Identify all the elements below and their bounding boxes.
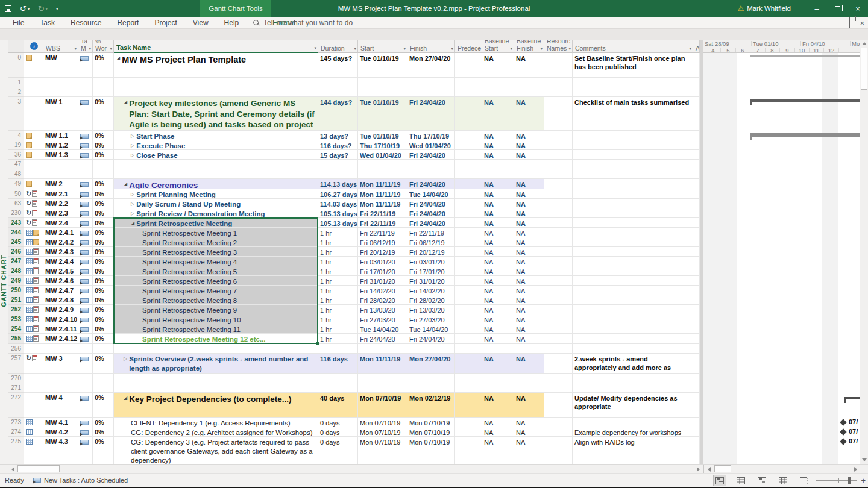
row-number[interactable]: 253 — [8, 314, 24, 324]
cell-bs[interactable]: NA — [482, 334, 514, 344]
cell-name[interactable]: ▷Execute Phase — [114, 140, 318, 150]
cell-pred[interactable] — [455, 150, 482, 160]
column-header-com[interactable]: Comments▾ — [573, 40, 693, 53]
cell-bf[interactable]: NA — [514, 276, 544, 286]
filter-arrow-icon[interactable]: ▾ — [451, 46, 453, 51]
cell-addnew[interactable] — [693, 344, 700, 354]
row-number[interactable]: 247 — [8, 257, 24, 266]
cell-res[interactable] — [544, 228, 573, 237]
cell-com[interactable] — [573, 78, 693, 87]
column-header-wbs[interactable]: WBS▾ — [43, 40, 78, 53]
cell-name[interactable]: Sprint Retrospective Meeting 5 — [114, 266, 318, 276]
cell-mode[interactable] — [78, 324, 93, 334]
cell-com[interactable] — [573, 160, 693, 169]
cell-ind[interactable] — [24, 228, 43, 237]
cell-ind[interactable]: ↻ — [24, 208, 43, 218]
row-number[interactable]: 48 — [8, 169, 24, 179]
cell-addnew[interactable] — [693, 237, 700, 247]
cell-com[interactable] — [573, 87, 693, 97]
cell-name[interactable] — [114, 383, 318, 393]
cell-bs[interactable]: NA — [482, 295, 514, 305]
cell-name[interactable]: ◢Sprint Retrospective Meeting — [114, 218, 318, 228]
cell-pred[interactable] — [455, 266, 482, 276]
close-document-button[interactable]: × — [860, 19, 864, 28]
cell-wbs[interactable]: MW 2.4.10 — [43, 314, 78, 324]
cell-wbs[interactable]: MW 2.1 — [43, 189, 78, 199]
cell-com[interactable] — [573, 237, 693, 247]
cell-name[interactable]: Sprint Retrospective Meeting 7 — [114, 286, 318, 295]
cell-wbs[interactable]: MW 1.2 — [43, 140, 78, 150]
cell-wbs[interactable]: MW 2.2 — [43, 199, 78, 208]
cell-ind[interactable] — [24, 179, 43, 189]
cell-pred[interactable] — [455, 354, 482, 374]
cell-res[interactable] — [544, 344, 573, 354]
cell-pct[interactable]: 0% — [93, 140, 114, 150]
row-number[interactable]: 246 — [8, 247, 24, 257]
cell-pct[interactable] — [93, 169, 114, 179]
cell-addnew[interactable] — [693, 228, 700, 237]
cell-res[interactable] — [544, 189, 573, 199]
cell-start[interactable]: Mon 07/10/19 — [358, 427, 407, 437]
cell-pred[interactable] — [455, 169, 482, 179]
cell-res[interactable] — [544, 305, 573, 314]
cell-bf[interactable]: NA — [514, 228, 544, 237]
cell-name[interactable]: Sprint Retrospective Meeting 1 — [114, 228, 318, 237]
filter-arrow-icon[interactable]: ▾ — [314, 46, 316, 51]
cell-res[interactable] — [544, 237, 573, 247]
cell-wbs[interactable] — [43, 383, 78, 393]
column-header-dur[interactable]: Duration▾ — [318, 40, 358, 53]
cell-fin[interactable]: Fri 03/01/20 — [407, 257, 455, 266]
cell-bs[interactable]: NA — [482, 393, 514, 418]
cell-com[interactable] — [573, 208, 693, 218]
cell-mode[interactable] — [78, 189, 93, 199]
cell-start[interactable]: Fri 22/11/19 — [358, 228, 407, 237]
cell-bs[interactable]: NA — [482, 53, 514, 78]
cell-ind[interactable] — [24, 97, 43, 131]
cell-ind[interactable] — [24, 237, 43, 247]
expand-icon[interactable]: ▷ — [131, 152, 134, 158]
cell-start[interactable] — [358, 160, 407, 169]
filter-arrow-icon[interactable]: ▾ — [403, 46, 406, 51]
cell-dur[interactable]: 1 hr — [318, 324, 358, 334]
row-number[interactable]: 47 — [8, 160, 24, 169]
cell-ind[interactable] — [24, 247, 43, 257]
cell-start[interactable]: Mon 07/10/19 — [358, 393, 407, 418]
row-number[interactable]: 251 — [8, 295, 24, 305]
cell-start[interactable] — [358, 169, 407, 179]
cell-fin[interactable]: Mon 07/10/19 — [407, 437, 455, 464]
cell-fin[interactable]: Fri 24/04/20 — [407, 150, 455, 160]
cell-wbs[interactable]: MW 2.4.6 — [43, 276, 78, 286]
cell-addnew[interactable] — [693, 78, 700, 87]
cell-dur[interactable] — [318, 383, 358, 393]
cell-pct[interactable]: 0% — [93, 53, 114, 78]
cell-pct[interactable]: 0% — [93, 218, 114, 228]
column-header-num[interactable] — [8, 40, 24, 53]
cell-res[interactable] — [544, 53, 573, 78]
cell-dur[interactable]: 116 days? — [318, 140, 358, 150]
cell-fin[interactable]: Tue 14/04/20 — [407, 324, 455, 334]
cell-bs[interactable] — [482, 383, 514, 393]
filter-arrow-icon[interactable]: ▾ — [354, 46, 356, 51]
cell-bs[interactable]: NA — [482, 237, 514, 247]
cell-pct[interactable]: 0% — [93, 305, 114, 314]
expand-icon[interactable]: ▷ — [131, 143, 134, 149]
cell-bf[interactable] — [514, 160, 544, 169]
cell-wbs[interactable] — [43, 87, 78, 97]
cell-res[interactable] — [544, 169, 573, 179]
cell-start[interactable]: Mon 07/10/19 — [358, 437, 407, 464]
cell-dur[interactable] — [318, 87, 358, 97]
cell-name[interactable] — [114, 169, 318, 179]
restore-document-button[interactable] — [849, 17, 850, 28]
cell-addnew[interactable] — [693, 247, 700, 257]
tab-help[interactable]: Help — [216, 17, 247, 29]
cell-pct[interactable] — [93, 78, 114, 87]
cell-res[interactable] — [544, 427, 573, 437]
cell-dur[interactable]: 1 hr — [318, 266, 358, 276]
cell-ind[interactable] — [24, 324, 43, 334]
cell-dur[interactable]: 40 days — [318, 393, 358, 418]
cell-mode[interactable] — [78, 237, 93, 247]
row-number[interactable]: 271 — [8, 383, 24, 393]
cell-mode[interactable] — [78, 247, 93, 257]
cell-res[interactable] — [544, 218, 573, 228]
cell-bs[interactable]: NA — [482, 314, 514, 324]
